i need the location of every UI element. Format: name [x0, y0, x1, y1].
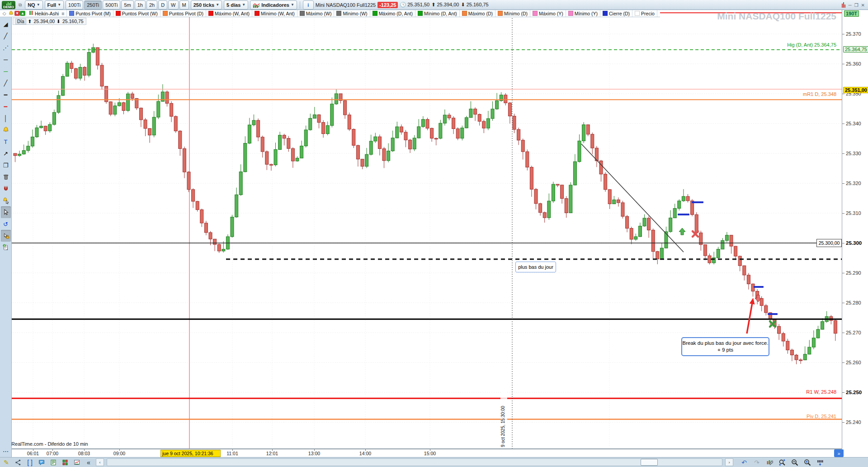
chart-scrollbar[interactable] [107, 458, 722, 466]
timeframe-button-500ti[interactable]: 500Ti [103, 0, 120, 10]
zoom-in-icon[interactable] [803, 458, 812, 467]
tick-count-select[interactable]: 250 ticks▼ [191, 0, 222, 10]
magnet-tool-icon[interactable] [1, 183, 11, 195]
alarm-pointer-tool-icon[interactable] [1, 195, 11, 206]
sell-marker-icon[interactable]: ▼ [14, 11, 20, 16]
alarm-quick-icon[interactable] [8, 10, 14, 17]
chart-window-icon[interactable] [72, 458, 81, 467]
arrow-tool-icon[interactable]: ↗ [1, 148, 11, 159]
level-lines [12, 9, 842, 449]
oblique-line-tool-icon[interactable]: ╱ [1, 77, 11, 89]
price-tick-label: 25.270 [846, 330, 861, 335]
chart-plot-area[interactable] [12, 9, 842, 449]
zoom-fit-icon[interactable] [778, 458, 787, 467]
draw-mode-icon[interactable]: ◇ [1, 10, 8, 17]
indicator-chip-m-nimo-y-[interactable]: Mínimo (Y) [566, 10, 600, 17]
more-tools-icon[interactable]: ⋯ [1, 445, 11, 457]
indicator-chip-heikin-ashi[interactable]: Heikin-Ashi≡ [27, 10, 67, 17]
delete-tool-icon[interactable] [1, 171, 11, 183]
ruler-tool-icon[interactable]: ◢ [1, 18, 11, 30]
positions-icon[interactable] [61, 458, 70, 467]
indicators-button[interactable]: Indicadores▼ [250, 0, 297, 10]
pen-icon[interactable]: ✎ [2, 458, 11, 467]
break-note[interactable]: Break du plus bas du jour avec force.+ 9… [681, 337, 769, 356]
indicator-chip-puntos-pivot-d-[interactable]: Puntos Pivot (D) [160, 10, 206, 17]
day-label[interactable]: Día [15, 19, 26, 24]
horizontal-segment-tool-icon[interactable]: ─ [1, 53, 11, 65]
legend-menu-icon[interactable]: ≡ [61, 11, 64, 16]
timeframe-button-d[interactable]: D [158, 0, 167, 10]
copy-tool-icon[interactable]: ❐ [1, 159, 11, 171]
price-axis[interactable]: 25.37025.36025.35025.34025.33025.32025.3… [842, 9, 868, 449]
extended-line-tool-icon[interactable]: ⋰ [1, 42, 11, 53]
timeframe-button-2h[interactable]: 2h [146, 0, 157, 10]
indicator-chip-m-nimo-d-ant-[interactable]: Mínimo (D, Ant) [415, 10, 460, 17]
timeframe-button-m[interactable]: M [179, 0, 189, 10]
indicator-chip-m-ximo-w-[interactable]: Máximo (W) [297, 10, 335, 17]
indicator-chip-puntos-pivot-w-[interactable]: Puntos Pivot (W) [113, 10, 160, 17]
scroll-left-button[interactable]: ‹ [96, 458, 104, 466]
chart-settings-icon[interactable] [765, 458, 774, 467]
jump-to-latest-button[interactable]: » [834, 449, 844, 457]
indicator-chip-m-nimo-w-ant-[interactable]: Mínimo (W, Ant) [252, 10, 297, 17]
lock-cursor-tool-icon[interactable] [1, 230, 11, 242]
indicator-chip-m-ximo-d-[interactable]: Máximo (D) [460, 10, 495, 17]
settlement-price: 🕓 25.351,50 [400, 2, 429, 8]
scrollbar-thumb[interactable] [641, 459, 658, 466]
cursor-tool-icon[interactable] [1, 206, 11, 218]
color-swatch [116, 11, 121, 16]
scroll-right-button[interactable]: › [725, 458, 733, 466]
day-low-value: ⬇ 25.160,75 [461, 2, 488, 8]
price-tick [842, 303, 844, 303]
redo-icon[interactable]: ↷ [752, 458, 761, 467]
price-line-label[interactable]: 25.300,00 [816, 239, 842, 247]
indicator-chip-puntos-pivot-m-[interactable]: Puntos Pivot (M) [67, 10, 113, 17]
alarm-tool-icon[interactable] [1, 124, 11, 136]
timeframe-button-250ti[interactable]: 250Ti [84, 0, 102, 10]
contract-select[interactable]: Full▼ [45, 0, 64, 10]
share-icon[interactable] [14, 458, 23, 467]
indicator-chip-m-ximo-w-ant-[interactable]: Máximo (W, Ant) [206, 10, 252, 17]
price-tick [842, 273, 844, 273]
segment-tool-icon[interactable]: ╱ [1, 30, 11, 42]
indicator-chip-label: Puntos Pivot (W) [122, 11, 158, 16]
green-segment-tool-icon[interactable]: ─ [1, 65, 11, 77]
bar-spacing-icon[interactable] [816, 458, 825, 467]
maximize-icon[interactable]: ❐ [853, 3, 860, 8]
indicator-chip-m-nimo-d-[interactable]: Mínimo (D) [495, 10, 530, 17]
indicator-chip-m-nimo-w-[interactable]: Mínimo (W) [334, 10, 370, 17]
indicator-chip-m-ximo-y-[interactable]: Máximo (Y) [530, 10, 566, 17]
instrument-watermark: Mini NASDAQ100 Full1225 [717, 11, 836, 22]
buy-marker-icon[interactable]: ▲ [20, 11, 25, 16]
indicator-chip-m-ximo-d-ant-[interactable]: Máximo (D, Ant) [370, 10, 415, 17]
text-tool-icon[interactable]: T [1, 136, 11, 148]
timeframe-button-5m[interactable]: 5m [121, 0, 133, 10]
horizontal-line-tool-icon[interactable]: ━ [1, 89, 11, 100]
minimize-icon[interactable]: ─ [847, 3, 853, 8]
indicator-chip-precio[interactable]: Precio [632, 10, 657, 17]
instrument-info-icon[interactable]: i [303, 0, 314, 10]
zoom-out-icon[interactable] [790, 458, 799, 467]
comment-icon[interactable] [37, 458, 46, 467]
link-icon[interactable]: ⧉ [17, 2, 23, 8]
objects-list-icon[interactable]: 2 [1, 242, 11, 253]
plus-bas-note[interactable]: plus bas du jour [515, 262, 556, 272]
time-tick-label: 09:00 [113, 451, 125, 456]
timeframe-button-w[interactable]: W [168, 0, 178, 10]
red-horizontal-line-tool-icon[interactable]: ━ [1, 100, 11, 112]
close-icon[interactable]: ✕ [860, 3, 866, 8]
rotate-cursor-tool-icon[interactable]: ↺ [1, 218, 11, 230]
timeframe-button-1h[interactable]: 1h [135, 0, 146, 10]
symbol-select[interactable]: NQ▼ [25, 0, 42, 10]
time-axis[interactable]: 06:0107:0008:0309:0011:0112:0113:0014:00… [12, 449, 842, 457]
collapse-icon[interactable]: « [84, 458, 93, 467]
mr1-d-line-label: mR1 D, 25.348 [803, 91, 836, 97]
timeframe-button-100ti[interactable]: 100Ti [66, 0, 83, 10]
visible-range-select[interactable]: 5 días▼ [224, 0, 248, 10]
brackets-icon[interactable]: [ ] [25, 458, 34, 467]
main-toolbar: DEMO ⧉ NQ▼ Full▼ 100Ti250Ti500Ti5m1h2hDW… [0, 0, 868, 10]
news-icon[interactable] [49, 458, 58, 467]
indicator-chip-cierre-d-[interactable]: Cierre (D) [600, 10, 632, 17]
undo-icon[interactable]: ↶ [740, 458, 749, 467]
vertical-line-tool-icon[interactable]: │ [1, 112, 11, 124]
